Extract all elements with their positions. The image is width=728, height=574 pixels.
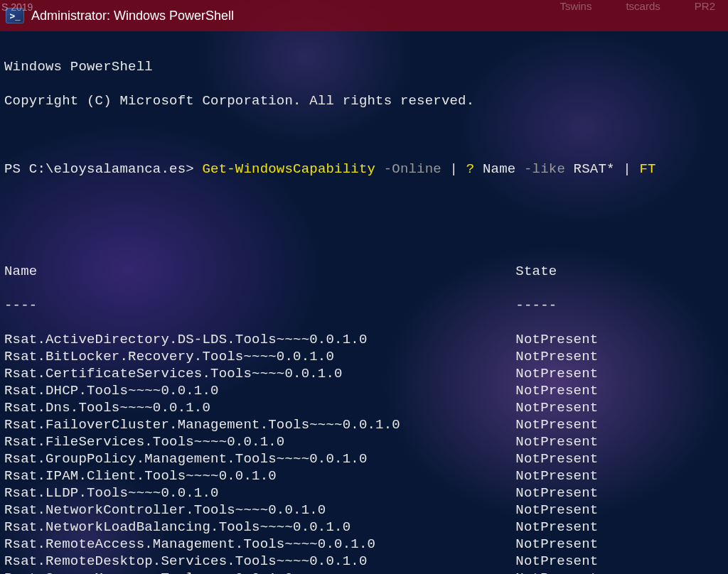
cell-name: Rsat.NetworkLoadBalancing.Tools~~~~0.0.1… (4, 519, 515, 535)
cell-state: NotPresent (515, 553, 598, 569)
cell-state: NotPresent (515, 417, 598, 433)
cell-state: NotPresent (515, 519, 598, 535)
header-name: Name (4, 264, 515, 279)
cell-name: Rsat.RemoteDesktop.Services.Tools~~~~0.0… (4, 553, 515, 569)
prompt-ps: PS (4, 161, 29, 177)
cell-state: NotPresent (515, 451, 598, 467)
table-row: Rsat.RemoteDesktop.Services.Tools~~~~0.0… (4, 553, 722, 570)
cell-name: Rsat.LLDP.Tools~~~~0.0.1.0 (4, 485, 515, 501)
table-row: Rsat.NetworkLoadBalancing.Tools~~~~0.0.1… (4, 519, 722, 536)
table-row: Rsat.NetworkController.Tools~~~~0.0.1.0 … (4, 502, 722, 519)
cell-state: NotPresent (515, 570, 598, 574)
pipe-1: | (450, 161, 466, 177)
table-row: Rsat.DHCP.Tools~~~~0.0.1.0 NotPresent (4, 382, 722, 399)
table-row: Rsat.ActiveDirectory.DS-LDS.Tools~~~~0.0… (4, 331, 722, 348)
command-line-1: PS C:\eloysalamanca.es> Get-WindowsCapab… (4, 161, 722, 178)
cell-state: NotPresent (515, 502, 598, 518)
powershell-icon: >_ (6, 8, 24, 23)
window-titlebar[interactable]: >_ Administrator: Windows PowerShell (0, 0, 728, 31)
cell-state: NotPresent (515, 400, 598, 416)
table-row: Rsat.RemoteAccess.Management.Tools~~~~0.… (4, 536, 722, 553)
table-rows: Rsat.ActiveDirectory.DS-LDS.Tools~~~~0.0… (4, 331, 722, 574)
window-title: Administrator: Windows PowerShell (31, 9, 234, 23)
table-divider: ---- ----- (4, 297, 722, 314)
table-row: Rsat.GroupPolicy.Management.Tools~~~~0.0… (4, 450, 722, 467)
terminal-output[interactable]: Windows PowerShell Copyright (C) Microso… (0, 31, 728, 574)
table-row: Rsat.LLDP.Tools~~~~0.0.1.0 NotPresent (4, 484, 722, 502)
cell-name: Rsat.CertificateServices.Tools~~~~0.0.1.… (4, 366, 515, 381)
cell-state: NotPresent (515, 485, 598, 501)
table-row: Rsat.ServerManager.Tools~~~~0.0.1.0 NotP… (4, 570, 722, 574)
table-row: Rsat.FileServices.Tools~~~~0.0.1.0 NotPr… (4, 433, 722, 450)
cell-name: Rsat.FileServices.Tools~~~~0.0.1.0 (4, 434, 515, 450)
cell-name: Rsat.DHCP.Tools~~~~0.0.1.0 (4, 383, 515, 399)
where-alias: ? (466, 161, 483, 177)
format-table: FT (639, 161, 655, 177)
cell-state: NotPresent (515, 383, 598, 399)
divider-state: ----- (515, 298, 557, 313)
cell-name: Rsat.IPAM.Client.Tools~~~~0.0.1.0 (4, 468, 515, 484)
table-row: Rsat.IPAM.Client.Tools~~~~0.0.1.0 NotPre… (4, 467, 722, 484)
cell-state: NotPresent (515, 536, 598, 552)
pipe-2: | (623, 161, 639, 177)
cell-state: NotPresent (515, 332, 598, 347)
cell-state: NotPresent (515, 468, 598, 484)
cell-name: Rsat.NetworkController.Tools~~~~0.0.1.0 (4, 502, 515, 518)
banner-line-2: Copyright (C) Microsoft Corporation. All… (4, 92, 722, 109)
banner-line-1: Windows PowerShell (4, 58, 722, 75)
cell-state: NotPresent (515, 434, 598, 450)
cell-state: NotPresent (515, 366, 598, 381)
cell-name: Rsat.ActiveDirectory.DS-LDS.Tools~~~~0.0… (4, 332, 515, 347)
table-row: Rsat.FailoverCluster.Management.Tools~~~… (4, 416, 722, 433)
table-row: Rsat.CertificateServices.Tools~~~~0.0.1.… (4, 365, 722, 382)
cell-name: Rsat.GroupPolicy.Management.Tools~~~~0.0… (4, 451, 515, 467)
cell-name: Rsat.Dns.Tools~~~~0.0.1.0 (4, 400, 515, 416)
cell-state: NotPresent (515, 349, 598, 364)
header-state: State (515, 264, 557, 279)
divider-name: ---- (4, 298, 515, 313)
cell-name: Rsat.RemoteAccess.Management.Tools~~~~0.… (4, 536, 515, 552)
param-online: -Online (384, 161, 450, 177)
cell-name: Rsat.FailoverCluster.Management.Tools~~~… (4, 417, 515, 433)
value-rsat: RSAT* (574, 161, 623, 177)
table-header: Name State (4, 263, 722, 280)
prompt-path: C:\eloysalamanca.es> (29, 161, 203, 177)
prop-name: Name (483, 161, 524, 177)
table-row: Rsat.Dns.Tools~~~~0.0.1.0 NotPresent (4, 399, 722, 416)
blank-line (4, 126, 722, 144)
cell-name: Rsat.BitLocker.Recovery.Tools~~~~0.0.1.0 (4, 349, 515, 364)
table-row: Rsat.BitLocker.Recovery.Tools~~~~0.0.1.0… (4, 348, 722, 365)
cmdlet: Get-WindowsCapability (202, 161, 383, 177)
blank-line (4, 229, 722, 246)
cell-name: Rsat.ServerManager.Tools~~~~0.0.1.0 (4, 570, 515, 574)
blank-line (4, 195, 722, 212)
op-like: -like (524, 161, 574, 177)
